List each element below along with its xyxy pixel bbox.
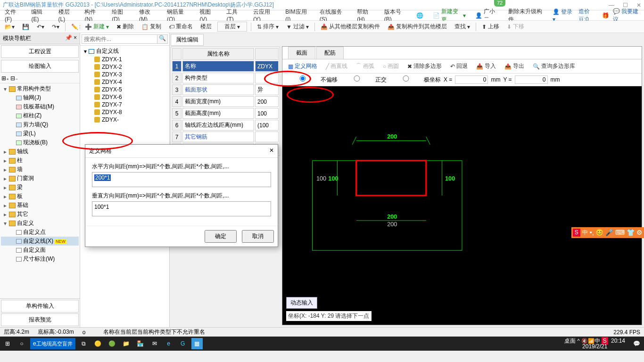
ortho-radio[interactable]: 正交 bbox=[340, 75, 386, 84]
tree-node-custom-line[interactable]: 自定义线(X)NEW bbox=[1, 237, 79, 246]
tree-node-foundation[interactable]: ▸基础 bbox=[1, 201, 79, 210]
taskview-icon[interactable]: ⧉ bbox=[78, 338, 90, 349]
up-button[interactable]: ⬆ 上移 bbox=[480, 22, 501, 32]
start-icon[interactable]: ⊞ bbox=[2, 338, 13, 349]
task-icon[interactable]: e bbox=[163, 338, 174, 349]
task-icon[interactable]: 🏪 bbox=[135, 338, 146, 349]
cortana-icon[interactable]: ○ bbox=[16, 338, 27, 349]
prop-value[interactable]: (100 bbox=[255, 120, 279, 131]
edge-task-icon[interactable]: e 工地现高空盲井 bbox=[30, 338, 75, 349]
filter-button[interactable]: ▼ 过滤 ▾ bbox=[284, 22, 311, 32]
tree-node-other[interactable]: ▸其它 bbox=[1, 210, 79, 219]
import-button[interactable]: 📥 导入 bbox=[474, 61, 498, 71]
task-icon[interactable]: ▦ bbox=[191, 338, 203, 349]
prop-name[interactable]: 名称 bbox=[182, 61, 254, 72]
define-grid-button[interactable]: ▦ 定义网格 bbox=[286, 61, 319, 71]
task-icon[interactable]: 🟢 bbox=[107, 338, 118, 349]
ime-toolbar[interactable]: S中 •, 😊 🎤 ⌨ 👕 ⚙ bbox=[571, 227, 644, 238]
notification-icon[interactable]: 💬 bbox=[631, 338, 642, 349]
prop-name[interactable]: 截面高度(mm) bbox=[182, 108, 254, 119]
globe-icon[interactable]: 🌐 bbox=[414, 11, 425, 20]
prop-value[interactable]: 异 bbox=[255, 84, 279, 95]
menu-file[interactable]: 文件(F) bbox=[3, 7, 24, 24]
report-preview-button[interactable]: 报表预览 bbox=[1, 313, 79, 326]
task-icon[interactable]: 🟡 bbox=[92, 338, 104, 349]
task-icon[interactable]: 📁 bbox=[121, 338, 132, 349]
tree-node-custom-face[interactable]: 自定义面 bbox=[1, 246, 79, 255]
prop-value[interactable] bbox=[255, 132, 279, 142]
tab-rebar[interactable]: 配筋 bbox=[316, 47, 344, 59]
copy-button[interactable]: 📋 复制 bbox=[140, 22, 163, 32]
tray[interactable]: 桌面 ^ 🔇📶中 S 20:142019/2/21 bbox=[564, 338, 628, 349]
delete-button[interactable]: ✖ 删除 bbox=[115, 22, 136, 32]
tree-node-opening[interactable]: ▸门窗洞 bbox=[1, 174, 79, 183]
list-item[interactable]: ZDYX-3 bbox=[81, 71, 168, 78]
draw-circle-button[interactable]: ○ 画圆 bbox=[381, 61, 401, 71]
list-item[interactable]: ZDYX-1 bbox=[81, 56, 168, 63]
tree-node-shear-wall[interactable]: 剪力墙(Q) bbox=[1, 120, 79, 129]
tree-node-axis-grid[interactable]: 轴网(J) bbox=[1, 93, 79, 102]
undo-icon[interactable]: ↶▾ bbox=[35, 23, 46, 31]
floor-dropdown[interactable]: 楼层 bbox=[198, 22, 214, 32]
clear-polygon-button[interactable]: ✖ 清除多边形 bbox=[405, 61, 444, 71]
type-icon[interactable]: ⊟₋ bbox=[10, 75, 18, 82]
drawing-viewport[interactable]: 200 200 200 100 100 100 动态输入 坐标(X: -184 … bbox=[282, 86, 642, 325]
list-item[interactable]: ZDYX- bbox=[81, 116, 168, 123]
menu-floor[interactable]: 楼层(L) bbox=[57, 7, 77, 24]
rename-button[interactable]: 🏷 重命名 bbox=[167, 22, 195, 32]
draw-input-button[interactable]: 绘图输入 bbox=[1, 60, 79, 73]
dialog-close-icon[interactable]: ✕ bbox=[269, 147, 274, 155]
prop-name[interactable]: 截面形状 bbox=[182, 84, 254, 95]
find-button[interactable]: 查找 ▾ bbox=[453, 22, 472, 32]
sort-button[interactable]: ⇅ 排序 ▾ bbox=[255, 22, 281, 32]
search-icon[interactable]: 🔍 bbox=[157, 34, 168, 44]
query-polygon-button[interactable]: 🔍 查询多边形库 bbox=[531, 61, 577, 71]
x-input[interactable] bbox=[455, 75, 488, 84]
tree-node-slab[interactable]: 现浇板(B) bbox=[1, 138, 79, 147]
export-button[interactable]: 📤 导出 bbox=[503, 61, 526, 71]
tree-node-beam[interactable]: 梁(L) bbox=[1, 129, 79, 138]
save-icon[interactable]: 💾 bbox=[20, 23, 31, 31]
prop-value[interactable]: 200 bbox=[255, 96, 279, 107]
copy-from-button[interactable]: 📥 从其他楼层复制构件 bbox=[319, 22, 382, 32]
tree-node-custom-point[interactable]: 自定义点 bbox=[1, 228, 79, 237]
tree-node-axis[interactable]: ▸轴线 bbox=[1, 147, 79, 156]
open-icon[interactable]: 📂▾ bbox=[3, 23, 17, 31]
prop-name[interactable]: 截面宽度(mm) bbox=[182, 96, 254, 107]
tree-node-custom[interactable]: ▾自定义 bbox=[1, 219, 79, 228]
gift-icon[interactable]: 🎁 bbox=[602, 12, 609, 19]
list-item[interactable]: ZDYX-5 bbox=[81, 86, 168, 93]
tree-node-frame-col[interactable]: 框柱(Z) bbox=[1, 111, 79, 120]
project-settings-button[interactable]: 工程设置 bbox=[1, 45, 79, 58]
new-button[interactable]: ➕新建 ▾ bbox=[83, 22, 111, 32]
prop-name[interactable]: 轴线距左边线距离(mm) bbox=[182, 120, 254, 131]
type-icon[interactable]: ⊞₊ bbox=[1, 75, 9, 82]
tree-node-beam2[interactable]: ▸梁 bbox=[1, 183, 79, 192]
list-item[interactable]: ZDYX-7 bbox=[81, 101, 168, 108]
menu-edit[interactable]: 编辑(E) bbox=[29, 7, 50, 24]
property-tab[interactable]: 属性编辑 bbox=[171, 34, 204, 46]
h-spacing-input[interactable]: 200*1 bbox=[92, 172, 271, 187]
tree-node-common[interactable]: ▾常用构件类型 bbox=[1, 84, 79, 93]
prop-value[interactable]: ZDYX bbox=[255, 61, 279, 72]
list-item[interactable]: ZDYX-6 bbox=[81, 93, 168, 101]
prop-name[interactable]: 其它钢筋 bbox=[182, 132, 254, 142]
pin-icon[interactable]: 📌 × bbox=[65, 34, 77, 42]
single-input-button[interactable]: 单构件输入 bbox=[1, 300, 79, 313]
ok-button[interactable]: 确定 bbox=[205, 230, 237, 243]
cancel-button[interactable]: 取消 bbox=[242, 230, 274, 243]
y-input[interactable] bbox=[515, 75, 548, 84]
prop-value[interactable] bbox=[255, 73, 279, 83]
prop-value[interactable]: 100 bbox=[255, 108, 279, 119]
tree-node-slab2[interactable]: ▸板 bbox=[1, 192, 79, 201]
tab-section[interactable]: 截面 bbox=[288, 47, 315, 59]
prop-name[interactable]: 构件类型 bbox=[182, 73, 254, 83]
polar-radio[interactable]: 极坐标 bbox=[389, 75, 441, 84]
tree-node-wall[interactable]: ▸墙 bbox=[1, 165, 79, 174]
task-icon[interactable]: ✉ bbox=[149, 338, 160, 349]
redo-icon[interactable]: ↷▾ bbox=[50, 23, 61, 31]
tree-node-dimension[interactable]: 尺寸标注(W) bbox=[1, 255, 79, 263]
down-button[interactable]: ⬇ 下移 bbox=[505, 22, 526, 32]
undo-button[interactable]: ↶ 回退 bbox=[448, 61, 470, 71]
dynamic-input-button[interactable]: 动态输入 bbox=[286, 297, 317, 309]
